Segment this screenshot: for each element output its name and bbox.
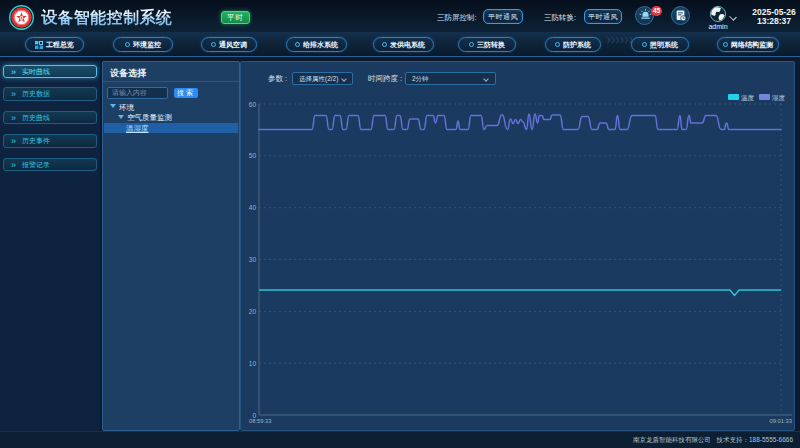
- svg-text:10: 10: [249, 360, 257, 367]
- svg-text:08:59:33: 08:59:33: [249, 418, 272, 424]
- svg-text:50: 50: [249, 152, 257, 159]
- svg-text:40: 40: [249, 204, 257, 211]
- svg-text:60: 60: [249, 101, 257, 108]
- svg-text:09:01:33: 09:01:33: [769, 418, 792, 424]
- svg-text:20: 20: [249, 308, 257, 315]
- svg-text:30: 30: [249, 256, 257, 263]
